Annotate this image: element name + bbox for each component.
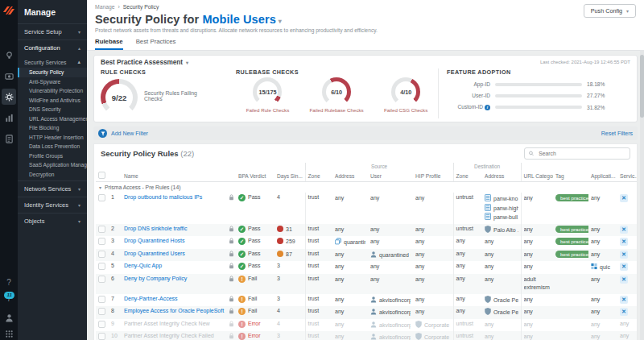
breadcrumb-manage[interactable]: Manage — [95, 4, 115, 10]
rule-number: 3 — [109, 236, 122, 249]
docs-icon[interactable] — [0, 131, 18, 147]
chart-icon[interactable] — [0, 110, 18, 126]
bpa-verdict-icon: ✓ — [238, 251, 246, 258]
sidebar-item-network-services[interactable]: Network Services — [18, 180, 87, 197]
info-icon[interactable]: i11 — [0, 290, 18, 306]
camera-icon[interactable] — [0, 68, 18, 84]
vertical-scrollbar[interactable] — [640, 50, 644, 340]
rule-name-link[interactable]: Deny by Company Policy — [124, 276, 187, 281]
sidebar-item-file-blocking[interactable]: File Blocking — [18, 123, 87, 133]
sidebar-item-wildfire-and-antivirus[interactable]: WildFire and Antivirus — [18, 96, 87, 106]
sidebar-item-http-header-insertion[interactable]: HTTP Header Insertion — [18, 133, 87, 143]
user-profile-icon[interactable] — [0, 309, 18, 325]
breadcrumb: ManageSecurity Policy — [95, 4, 636, 10]
source-user: quarantined users — [368, 249, 413, 262]
select-all-checkbox[interactable] — [98, 172, 105, 179]
main-content: ManageSecurity Policy Push Config Securi… — [87, 0, 644, 340]
sidebar-item-service-setup[interactable]: Service Setup — [18, 23, 87, 39]
search-box[interactable] — [524, 147, 630, 160]
destination-address: any — [482, 249, 521, 262]
table-row[interactable]: 9Partner Asset Integrity Check New!Error… — [96, 319, 637, 332]
sidebar-item-profile-groups[interactable]: Profile Groups — [18, 151, 87, 161]
search-input[interactable] — [537, 150, 625, 157]
row-checkbox[interactable] — [98, 263, 105, 270]
sidebar-item-identity-services[interactable]: Identity Services — [18, 197, 87, 213]
application: any — [588, 236, 617, 249]
rule-group-row[interactable]: Prisma Access - Pre Rules (14) — [96, 182, 637, 193]
row-checkbox[interactable] — [98, 251, 105, 258]
apps-grid-icon[interactable] — [0, 325, 18, 340]
page-subtitle: Protect network assets from threats and … — [95, 27, 636, 33]
rule-name-link[interactable]: Employee Access for Oracle PeopleSoft — [124, 308, 224, 313]
tag-cell — [553, 261, 588, 274]
row-checkbox[interactable] — [98, 276, 105, 283]
icon-rail: ? i11 — [0, 0, 18, 340]
lock-icon — [229, 238, 234, 244]
destination-address: Palo Alto … — [482, 224, 521, 237]
scrollbar-thumb[interactable] — [640, 55, 644, 118]
url-category: adultextremism — [521, 274, 553, 294]
url-category: any — [521, 249, 553, 262]
hip-profile: any — [413, 306, 453, 319]
rule-name-link[interactable]: Partner Asset Integrity Check Failed — [124, 333, 214, 338]
sidebar-item-dns-security[interactable]: DNS Security — [18, 105, 87, 114]
push-config-button[interactable]: Push Config — [584, 4, 636, 18]
tab-bar: Rulebase Best Practices — [95, 38, 636, 50]
rule-name-link[interactable]: Drop Quarantined Users — [124, 251, 185, 256]
info-icon[interactable]: i — [485, 105, 490, 110]
sidebar-item-security-services[interactable]: Security Services — [18, 56, 87, 68]
sidebar-item-configuration[interactable]: Configuration — [18, 39, 87, 56]
sidebar-item-decryption[interactable]: Decryption — [18, 170, 87, 180]
sidebar-item-saas-application-management[interactable]: SaaS Application Management — [18, 160, 87, 170]
service-default-icon: ✕ — [620, 251, 628, 259]
tab-rulebase[interactable]: Rulebase — [95, 38, 123, 50]
help-icon[interactable]: ? — [0, 274, 18, 290]
add-new-filter-link[interactable]: Add New Filter — [111, 131, 148, 136]
scope-selector[interactable]: Mobile Users — [202, 13, 275, 26]
sidebar-item-anti-spyware[interactable]: Anti-Spyware — [18, 77, 87, 87]
table-row[interactable]: 10Partner Asset Integrity Check Failed!E… — [96, 331, 637, 340]
tab-best-practices[interactable]: Best Practices — [136, 38, 176, 50]
source-address: any — [332, 274, 368, 294]
destination-zone: any — [453, 274, 482, 294]
filter-funnel-icon[interactable] — [98, 129, 107, 138]
table-row[interactable]: 5Deny-Quic App✓Pass3trustanyanyanyanyany… — [96, 261, 637, 274]
rule-name-link[interactable]: Deny-Partner-Access — [124, 296, 178, 301]
source-user: akvisofincorp\partn… — [368, 331, 413, 340]
row-checkbox[interactable] — [98, 333, 105, 340]
reset-filters-link[interactable]: Reset Filters — [601, 131, 633, 136]
rule-name-link[interactable]: Deny-Quic App — [124, 263, 162, 268]
sidebar-item-vulnerability-protection[interactable]: Vulnerability Protection — [18, 86, 87, 96]
table-row[interactable]: 1Drop outbound to malicious IPs✓Pass4tru… — [96, 193, 637, 224]
table-row[interactable]: 7Deny-Partner-Access!Fail3trustanyakviso… — [96, 294, 637, 307]
row-checkbox[interactable] — [98, 321, 105, 328]
sidebar-item-objects[interactable]: Objects — [18, 213, 87, 229]
row-checkbox[interactable] — [98, 296, 105, 303]
source-zone: trust — [305, 261, 332, 274]
table-row[interactable]: 2Drop DNS sinkhole traffic✓Pass31trustan… — [96, 224, 637, 237]
destination-group-header: Destination — [453, 163, 521, 170]
rule-name-link[interactable]: Drop Quarantined Hosts — [124, 238, 184, 243]
bpa-verdict-label: Error — [248, 333, 261, 338]
table-row[interactable]: 4Drop Quarantined Users✓Pass87trustanyqu… — [96, 249, 637, 262]
row-checkbox[interactable] — [98, 226, 105, 233]
rule-name-link[interactable]: Drop outbound to malicious IPs — [124, 194, 202, 200]
sidebar: Manage Service Setup Configuration Secur… — [18, 0, 87, 340]
sidebar-item-data-loss-prevention[interactable]: Data Loss Prevention — [18, 142, 87, 151]
tag-cell — [553, 274, 588, 294]
gear-icon[interactable] — [2, 89, 16, 105]
bulb-icon[interactable] — [0, 47, 18, 63]
table-row[interactable]: 6Deny by Company Policy!Fail3trustanyany… — [96, 274, 637, 294]
sidebar-item-security-policy[interactable]: Security Policy — [18, 68, 87, 77]
dynamic-list-icon — [485, 213, 491, 220]
page-title: Security Policy for Mobile Users — [95, 13, 636, 26]
search-icon — [529, 151, 534, 156]
row-checkbox[interactable] — [98, 194, 105, 201]
row-checkbox[interactable] — [98, 308, 105, 315]
table-row[interactable]: 3Drop Quarantined Hosts✓Pass259trustquar… — [96, 236, 637, 249]
row-checkbox[interactable] — [98, 238, 105, 245]
table-row[interactable]: 8Employee Access for Oracle PeopleSoft!F… — [96, 306, 637, 319]
rule-name-link[interactable]: Drop DNS sinkhole traffic — [124, 226, 187, 231]
sidebar-item-url-access-management[interactable]: URL Access Management — [18, 114, 87, 124]
rule-name-link[interactable]: Partner Asset Integrity Check New — [124, 321, 210, 326]
